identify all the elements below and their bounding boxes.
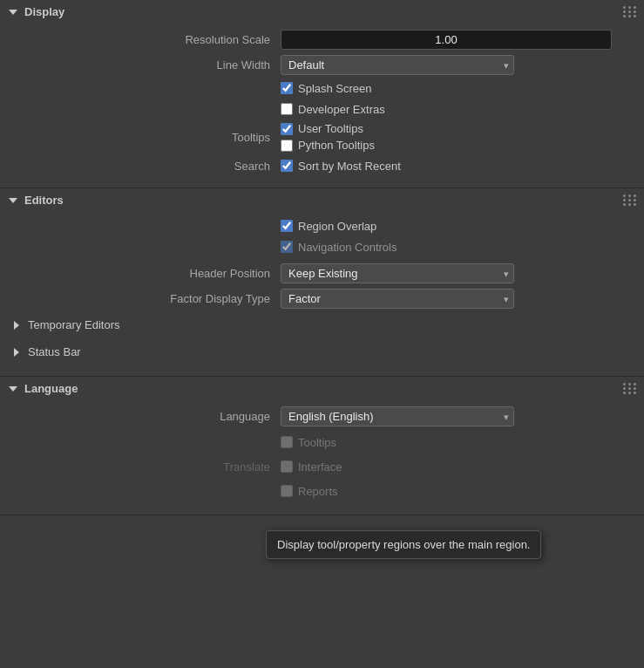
factor-display-type-row: Factor Display Type Factor Percentage	[0, 286, 644, 311]
language-select-label: Language	[10, 410, 281, 423]
language-title: Language	[24, 382, 78, 395]
language-select-row: Language English (English) French (Franç…	[0, 404, 644, 429]
tooltips-label: Tooltips	[10, 131, 281, 144]
language-content: Language English (English) French (Franç…	[0, 400, 644, 508]
language-select-wrapper: English (English) French (Français) Germ…	[281, 406, 514, 426]
display-title: Display	[24, 5, 64, 18]
display-content: Resolution Scale Line Width Default Thin…	[0, 24, 644, 181]
header-position-wrapper: Keep Existing Top Bottom	[281, 263, 514, 283]
region-overlap-checkbox[interactable]	[281, 220, 293, 232]
translate-interface-label: Interface	[298, 460, 342, 474]
header-position-select[interactable]: Keep Existing Top Bottom	[281, 263, 514, 283]
translate-interface-checkbox[interactable]	[281, 460, 293, 473]
sort-by-most-recent-checkbox[interactable]	[281, 160, 293, 172]
editors-chevron-icon	[7, 194, 19, 207]
navigation-controls-label: Navigation Controls	[298, 241, 397, 254]
developer-extras-label: Developer Extras	[298, 103, 385, 116]
translate-reports-checkbox[interactable]	[281, 485, 293, 497]
python-tooltips-label: Python Tooltips	[298, 139, 375, 152]
python-tooltips-checkbox[interactable]	[281, 140, 293, 152]
translate-tooltips-checkbox[interactable]	[281, 436, 293, 448]
display-chevron-icon	[7, 6, 19, 18]
translate-interface-row: Interface	[281, 456, 342, 477]
tooltip-popup: Display tool/property regions over the m…	[266, 530, 541, 559]
editors-title: Editors	[24, 194, 64, 207]
region-overlap-row: Region Overlap	[0, 215, 644, 236]
developer-extras-row: Developer Extras	[0, 99, 644, 119]
language-options-icon[interactable]	[623, 383, 637, 394]
header-position-label: Header Position	[10, 267, 281, 280]
display-options-icon[interactable]	[623, 6, 637, 17]
search-row: Search Sort by Most Recent	[0, 154, 644, 177]
translate-row: Translate Tooltips Interface Reports	[0, 429, 644, 504]
resolution-scale-label: Resolution Scale	[10, 33, 281, 46]
translate-tooltips-row: Tooltips	[281, 432, 336, 453]
splash-screen-checkbox[interactable]	[281, 82, 293, 94]
language-chevron-icon	[7, 383, 19, 395]
line-width-wrapper: Default Thin Medium Thick	[281, 55, 514, 75]
line-width-row: Line Width Default Thin Medium Thick	[0, 52, 644, 78]
line-width-select[interactable]: Default Thin Medium Thick	[281, 55, 514, 75]
region-overlap-label: Region Overlap	[298, 220, 376, 233]
navigation-controls-row: Navigation Controls	[0, 236, 644, 257]
editors-content: Region Overlap Navigation Controls Displ…	[0, 212, 644, 369]
status-bar-chevron-icon	[10, 346, 23, 358]
factor-display-type-label: Factor Display Type	[10, 292, 281, 305]
temporary-editors-header[interactable]: Temporary Editors	[10, 315, 634, 335]
temporary-editors-sub: Temporary Editors	[0, 311, 644, 338]
editors-options-icon[interactable]	[623, 194, 637, 206]
resolution-scale-row: Resolution Scale	[0, 27, 644, 52]
sort-by-most-recent-label: Sort by Most Recent	[298, 160, 401, 173]
factor-display-type-wrapper: Factor Percentage	[281, 289, 514, 309]
tooltip-text: Display tool/property regions over the m…	[277, 538, 530, 551]
editors-section-header[interactable]: Editors	[0, 188, 644, 212]
resolution-scale-input[interactable]	[281, 30, 612, 50]
display-section-header[interactable]: Display	[0, 0, 644, 24]
temporary-editors-chevron-icon	[10, 319, 23, 331]
status-bar-label: Status Bar	[28, 345, 81, 358]
temporary-editors-label: Temporary Editors	[28, 318, 119, 331]
header-position-row: Header Position Keep Existing Top Bottom	[0, 261, 644, 286]
translate-tooltips-label: Tooltips	[298, 436, 336, 449]
editors-section: Editors Region Overlap Navigation Contro…	[0, 188, 644, 377]
translate-reports-row: Reports	[281, 481, 338, 501]
splash-screen-row: Splash Screen	[0, 78, 644, 99]
navigation-controls-checkbox[interactable]	[281, 241, 293, 253]
language-select[interactable]: English (English) French (Français) Germ…	[281, 406, 514, 426]
developer-extras-checkbox[interactable]	[281, 103, 293, 115]
search-label: Search	[10, 160, 281, 173]
display-section: Display Resolution Scale Line Width Defa…	[0, 0, 644, 188]
splash-screen-label: Splash Screen	[298, 82, 372, 95]
status-bar-header[interactable]: Status Bar	[10, 342, 634, 362]
status-bar-sub: Status Bar	[0, 338, 644, 365]
translate-label: Translate	[223, 460, 270, 474]
language-section-header[interactable]: Language	[0, 377, 644, 400]
language-section: Language Language English (English) Fren…	[0, 377, 644, 515]
user-tooltips-checkbox[interactable]	[281, 123, 293, 135]
line-width-label: Line Width	[10, 58, 281, 72]
factor-display-type-select[interactable]: Factor Percentage	[281, 289, 514, 309]
translate-reports-label: Reports	[298, 485, 338, 498]
user-tooltips-label: User Tooltips	[298, 122, 363, 135]
tooltips-row: Tooltips User Tooltips Python Tooltips	[0, 119, 644, 154]
